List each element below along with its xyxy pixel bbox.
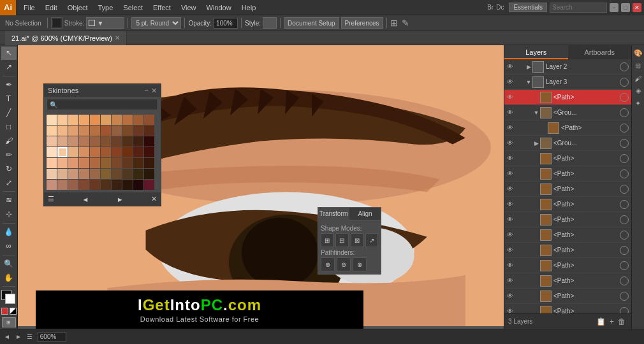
color-swatch-62[interactable] [68,180,78,190]
color-swatch-24[interactable] [90,136,100,147]
layer-row[interactable]: 👁<Path> [504,197,631,212]
color-swatch-61[interactable] [57,180,68,190]
layer-visibility-icon[interactable]: 👁 [504,201,516,208]
swatches-view-button[interactable]: ☰ [47,194,55,204]
color-swatch-38[interactable] [133,147,143,157]
color-swatch-21[interactable] [57,136,68,147]
color-swatch-46[interactable] [112,158,122,168]
color-mode-none[interactable] [10,308,17,315]
color-swatch-23[interactable] [79,136,89,147]
layer-row[interactable]: 👁<Path> [504,289,631,304]
preferences-button[interactable]: Preferences [341,17,383,29]
color-swatch-9[interactable] [144,115,154,125]
color-swatch-48[interactable] [133,158,143,168]
close-button[interactable]: ✕ [633,3,641,12]
layer-target-indicator[interactable] [620,108,629,117]
expand-button[interactable]: ↗ [365,233,378,247]
layers-tab-artboards[interactable]: Artboards [568,45,632,59]
layer-visibility-icon[interactable]: 👁 [504,262,516,269]
color-swatch-19[interactable] [144,125,154,136]
intersect-pathfinder-button[interactable]: ⊗ [353,257,367,271]
document-setup-button[interactable]: Document Setup [284,17,339,29]
layer-visibility-icon[interactable]: 👁 [504,170,516,177]
layer-target-indicator[interactable] [620,62,629,71]
color-swatch-51[interactable] [57,169,68,179]
layer-visibility-icon[interactable]: 👁 [504,124,516,131]
layer-target-indicator[interactable] [620,93,629,102]
menu-type[interactable]: Type [93,0,119,15]
search-input[interactable] [550,3,607,13]
layer-row[interactable]: 👁▼<Grou... [504,105,631,120]
delete-layer-button[interactable]: 🗑 [616,317,627,326]
layer-target-indicator[interactable] [620,246,629,255]
new-layer-button[interactable]: + [608,317,616,326]
panel-close-button[interactable]: ✕ [151,87,157,95]
color-swatch-35[interactable] [101,147,111,157]
selection-tool-button[interactable]: ↖ [1,47,17,60]
color-swatch-63[interactable] [79,180,89,190]
arrange-icon[interactable]: ⊞ [390,18,398,28]
layers-tab-layers[interactable]: Layers [504,45,568,59]
swatches-panel-button[interactable]: ⊞ [634,61,642,71]
menu-edit[interactable]: Edit [40,0,62,15]
next-artboard-button[interactable]: ► [15,333,22,340]
layer-row[interactable]: 👁▼Layer 3 [504,75,631,90]
hand-tool-button[interactable]: ✋ [1,271,17,284]
color-swatch-31[interactable] [57,147,68,157]
color-swatch-16[interactable] [112,125,122,136]
color-swatch-45[interactable] [101,158,111,168]
layer-row[interactable]: 👁<Path> [504,227,631,243]
menu-select[interactable]: Select [118,0,148,15]
color-swatch-32[interactable] [68,147,78,157]
layer-row[interactable]: 👁<Path> [504,166,631,182]
direct-select-tool-button[interactable]: ↗ [1,61,17,74]
layer-expand-icon[interactable]: ▼ [525,79,532,85]
layer-target-indicator[interactable] [620,231,629,240]
color-swatch-6[interactable] [112,115,122,125]
layer-target-indicator[interactable] [620,185,629,194]
color-swatch-17[interactable] [122,125,133,136]
menu-effect[interactable]: Effect [148,0,176,15]
minimize-button[interactable]: − [610,3,618,12]
menu-object[interactable]: Object [62,0,93,15]
layer-row[interactable]: 👁<Path> [504,182,631,197]
color-swatch-47[interactable] [122,158,133,168]
layer-row[interactable]: 👁▶Layer 2 [504,59,631,75]
panel-minimize-button[interactable]: − [145,87,149,95]
stroke-control[interactable]: ▼ [86,17,124,29]
color-swatch-67[interactable] [122,180,133,190]
menu-help[interactable]: Help [237,0,261,15]
eyedropper-tool-button[interactable]: 💧 [1,226,17,239]
color-swatch-37[interactable] [122,147,133,157]
layer-target-indicator[interactable] [620,154,629,163]
color-swatch-27[interactable] [122,136,133,147]
layer-target-indicator[interactable] [620,200,629,209]
color-swatch-7[interactable] [122,115,133,125]
layer-visibility-icon[interactable]: 👁 [504,109,516,116]
color-mode-color[interactable] [1,308,8,315]
prev-page-button[interactable]: ◄ [80,194,90,204]
make-sublayer-button[interactable]: 📋 [594,317,608,326]
color-swatch-68[interactable] [133,180,143,190]
style-swatch[interactable] [263,17,277,29]
color-swatch-54[interactable] [90,169,100,179]
layer-visibility-icon[interactable]: 👁 [504,277,516,284]
layer-target-indicator[interactable] [620,261,629,270]
color-swatch-41[interactable] [57,158,68,168]
layer-target-indicator[interactable] [620,215,629,224]
warp-tool-button[interactable]: ≋ [1,194,17,207]
layer-expand-icon[interactable]: ▶ [532,140,540,147]
layer-target-indicator[interactable] [620,276,629,285]
layer-target-indicator[interactable] [620,169,629,178]
align-tab[interactable]: Align [349,208,381,220]
color-swatch-53[interactable] [79,169,89,179]
color-swatch-14[interactable] [90,125,100,136]
color-swatch-44[interactable] [90,158,100,168]
brush-size-select[interactable]: 5 pt. Round [131,17,181,29]
menu-view[interactable]: View [176,0,201,15]
color-swatch-8[interactable] [133,115,143,125]
maximize-button[interactable]: □ [621,3,630,12]
color-swatch-58[interactable] [133,169,143,179]
color-swatch-10[interactable] [47,125,57,136]
fill-swatch[interactable] [51,17,62,29]
